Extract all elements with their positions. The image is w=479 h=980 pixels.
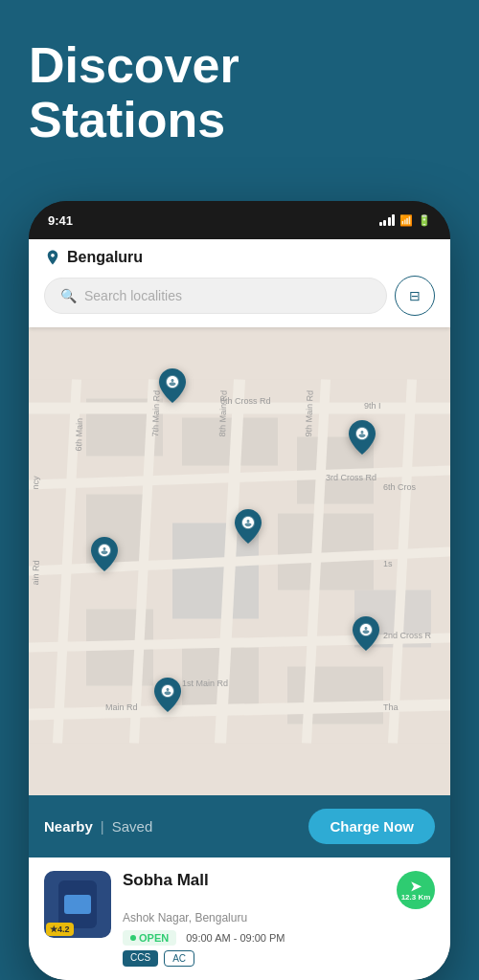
map-pin-6[interactable] xyxy=(154,678,181,716)
charge-now-button[interactable]: Charge Now xyxy=(308,809,435,844)
search-bar[interactable]: 🔍 Search localities xyxy=(44,278,387,314)
open-status-badge: OPEN xyxy=(123,930,176,946)
svg-text:6th Main: 6th Main xyxy=(74,418,84,452)
svg-text:2nd Cross R: 2nd Cross R xyxy=(383,631,432,640)
svg-text:9th I: 9th I xyxy=(364,401,381,411)
connector-badge-ccs: CCS xyxy=(123,950,158,967)
station-card[interactable]: ★4.2 Sobha Mall ➤ 12.3 Km Ashok Nagar, B… xyxy=(29,858,450,980)
svg-text:3rd Cross Rd: 3rd Cross Rd xyxy=(326,473,376,482)
distance-badge: ➤ 12.3 Km xyxy=(397,871,435,909)
header-section: Discover Stations xyxy=(0,0,479,167)
svg-text:9th Main Rd: 9th Main Rd xyxy=(304,390,315,437)
navigation-arrow-icon: ➤ xyxy=(410,879,422,894)
svg-text:6th Cross Rd: 6th Cross Rd xyxy=(220,396,271,406)
tab-row: Nearby | Saved xyxy=(44,818,152,835)
map-container[interactable]: 6th Main 7th Main Rd 8th Main Rd 9th Mai… xyxy=(29,327,450,795)
phone-screen: Bengaluru 🔍 Search localities ⊟ xyxy=(29,239,450,980)
battery-icon: 🔋 xyxy=(418,214,431,227)
location-label: Bengaluru xyxy=(67,249,143,266)
map-pin-4[interactable] xyxy=(91,537,118,575)
search-icon: 🔍 xyxy=(60,288,77,303)
filter-button[interactable]: ⊟ xyxy=(395,276,435,316)
map-pin-2[interactable] xyxy=(349,420,376,458)
station-status-row: OPEN 09:00 AM - 09:00 PM xyxy=(123,930,435,946)
connector-badge-ac: AC xyxy=(164,950,194,967)
signal-bars-icon xyxy=(379,214,396,226)
wifi-icon: 📶 xyxy=(399,214,413,227)
status-icons: 📶 🔋 xyxy=(379,214,432,227)
charger-screen xyxy=(64,895,91,914)
star-rating: ★4.2 xyxy=(46,923,74,936)
status-time: 9:41 xyxy=(48,213,73,228)
svg-text:1st Main Rd: 1st Main Rd xyxy=(182,679,228,688)
svg-text:ain Rd: ain Rd xyxy=(31,560,41,585)
svg-text:1s: 1s xyxy=(383,559,393,568)
station-address: Ashok Nagar, Bengaluru xyxy=(123,911,435,924)
status-text: OPEN xyxy=(139,932,169,944)
location-row: Bengaluru xyxy=(44,249,435,266)
status-bar: 9:41 📶 🔋 xyxy=(29,201,450,239)
search-row: 🔍 Search localities ⊟ xyxy=(44,276,435,316)
filter-icon: ⊟ xyxy=(409,288,421,303)
svg-text:6th Cros: 6th Cros xyxy=(383,482,417,492)
tab-saved[interactable]: Saved xyxy=(112,818,153,835)
svg-text:ncy: ncy xyxy=(31,476,41,490)
map-pin-5[interactable] xyxy=(353,616,379,655)
map-pin-1[interactable] xyxy=(159,368,186,407)
title-line1: Discover xyxy=(29,37,240,93)
svg-text:Main Rd: Main Rd xyxy=(105,702,138,712)
station-info: Sobha Mall ➤ 12.3 Km Ashok Nagar, Bengal… xyxy=(123,871,435,967)
map-pin-3[interactable] xyxy=(235,509,262,547)
station-name-row: Sobha Mall ➤ 12.3 Km xyxy=(123,871,435,909)
station-connector-row: CCS AC xyxy=(123,950,435,967)
station-hours: 09:00 AM - 09:00 PM xyxy=(186,932,285,944)
tab-divider: | xyxy=(101,818,104,835)
charger-visual xyxy=(58,880,97,928)
title-line2: Stations xyxy=(29,92,225,147)
distance-value: 12.3 Km xyxy=(401,894,431,902)
open-dot-icon xyxy=(130,935,136,941)
station-image: ★4.2 xyxy=(44,871,111,938)
header-title: Discover Stations xyxy=(29,38,450,147)
svg-rect-10 xyxy=(287,667,383,724)
bottom-panel: Nearby | Saved Charge Now xyxy=(29,795,450,858)
search-placeholder: Search localities xyxy=(84,288,182,303)
location-pin-icon xyxy=(44,249,61,266)
phone-container: 9:41 📶 🔋 Bengaluru 🔍 xyxy=(29,201,450,980)
app-header: Bengaluru 🔍 Search localities ⊟ xyxy=(29,239,450,327)
tab-nearby[interactable]: Nearby xyxy=(44,818,93,835)
station-name: Sobha Mall xyxy=(123,871,209,890)
svg-text:Tha: Tha xyxy=(383,702,399,712)
